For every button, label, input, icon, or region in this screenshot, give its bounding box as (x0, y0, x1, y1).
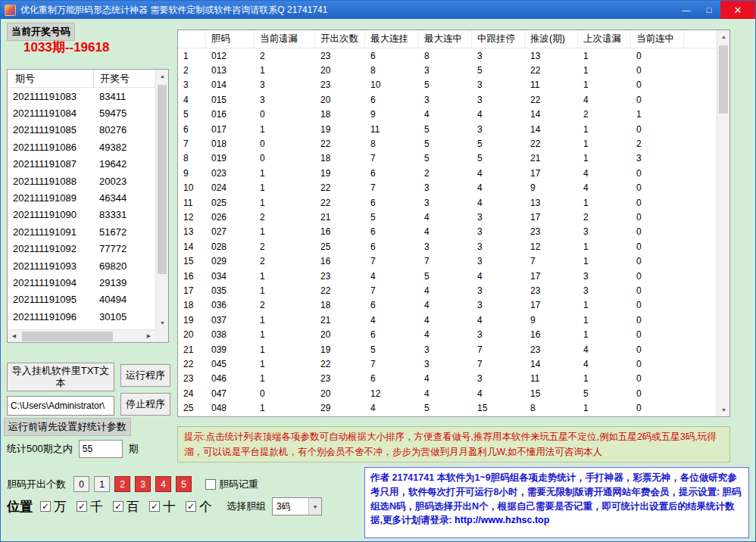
run-button[interactable]: 运行程序 (120, 364, 170, 387)
import-txt-button[interactable]: 导入挂机软件里TXT文本 (7, 363, 114, 391)
header-wave-period[interactable]: 推波(期) (525, 30, 578, 48)
header-hit-count[interactable]: 开出次数 (315, 30, 365, 48)
table-row[interactable]: 601711911531410 (178, 122, 717, 136)
position-checkbox-个[interactable]: ✓个 (186, 498, 212, 516)
table-row[interactable]: 15029216773710 (178, 254, 717, 268)
table-cell: 0 (255, 139, 315, 149)
table-row[interactable]: 80190187552113 (178, 151, 717, 166)
position-checkbox-万[interactable]: ✓万 (40, 498, 67, 516)
table-row[interactable]: 20211119109630105 (8, 308, 155, 325)
table-row[interactable]: 110251226341310 (178, 195, 717, 210)
table-cell: 22 (178, 359, 206, 369)
history-header-number[interactable]: 开奖号 (94, 72, 153, 86)
table-row[interactable]: 20211119108459475 (8, 104, 155, 121)
table-row[interactable]: 40153206332240 (178, 92, 717, 107)
scroll-down-icon[interactable]: ▼ (156, 316, 169, 329)
position-checkbox-百[interactable]: ✓百 (113, 498, 139, 516)
header-max-miss-streak[interactable]: 最大连挂 (365, 30, 419, 48)
table-row[interactable]: 20211119109429139 (8, 274, 155, 291)
table-row[interactable]: 20211119108580276 (8, 122, 155, 139)
table-row[interactable]: 130271166432330 (178, 225, 717, 239)
jizhong-checkbox[interactable]: 胆码记重 (205, 478, 258, 491)
digit-button-1[interactable]: 1 (94, 476, 110, 492)
table-row[interactable]: 20211119108383411 (8, 88, 155, 104)
table-row[interactable]: 20131208352210 (178, 63, 717, 77)
table-row[interactable]: 220451227371440 (178, 357, 717, 371)
table-cell: 0 (631, 198, 684, 208)
history-header-period[interactable]: 期号 (8, 70, 94, 87)
table-row[interactable]: 260491234541410 (178, 416, 717, 416)
table-cell: 83331 (94, 209, 153, 220)
digit-button-5[interactable]: 5 (176, 476, 192, 492)
table-row[interactable]: 19037121444910 (178, 313, 717, 327)
table-row[interactable]: 160341234541730 (178, 269, 717, 283)
table-row[interactable]: 180362186431710 (178, 298, 717, 313)
table-row[interactable]: 250481294515810 (178, 400, 717, 415)
scroll-left-icon[interactable]: ◀ (8, 330, 20, 343)
table-row[interactable]: 20211119109540494 (8, 291, 155, 308)
position-checkbox-千[interactable]: ✓千 (77, 498, 103, 516)
header-current-miss[interactable]: 当前遗漏 (255, 30, 315, 48)
header-current-hit[interactable]: 当前连中 (631, 30, 684, 48)
table-row[interactable]: 20211119108946344 (8, 189, 155, 206)
position-checkbox-十[interactable]: ✓十 (149, 498, 176, 516)
table-row[interactable]: 20211119108820023 (8, 173, 155, 189)
history-horizontal-scrollbar[interactable]: ◀ ▶ (8, 329, 155, 342)
table-cell: 026 (206, 212, 255, 223)
header-follow-stop[interactable]: 中跟挂停 (472, 30, 525, 48)
header-max-hit-streak[interactable]: 最大连中 (419, 30, 472, 48)
minimize-button[interactable]: — (675, 1, 698, 19)
position-row: 位置 ✓万✓千✓百✓十✓个 选择胆组 3码 ▼ (7, 497, 322, 516)
scroll-up-icon[interactable]: ▲ (156, 70, 169, 83)
table-cell: 027 (206, 226, 255, 237)
table-cell: 40494 (94, 294, 153, 305)
table-row[interactable]: 20211119108649382 (8, 139, 155, 155)
header-last-miss[interactable]: 上次遗漏 (578, 30, 631, 48)
scrollbar-thumb[interactable] (719, 45, 728, 114)
table-row[interactable]: 170351227432330 (178, 283, 717, 297)
table-row[interactable]: 301432310531110 (178, 78, 717, 92)
group-select[interactable]: 3码 ▼ (272, 497, 322, 516)
table-row[interactable]: 70180228552212 (178, 136, 717, 151)
scroll-down-icon[interactable]: ▼ (717, 403, 730, 416)
scroll-up-icon[interactable]: ▲ (717, 30, 730, 43)
current-draw-value: 1033期--19618 (23, 39, 109, 56)
table-row[interactable]: 20211119109083331 (8, 207, 155, 223)
table-row[interactable]: 140282256331210 (178, 239, 717, 254)
table-row[interactable]: 230461236431110 (178, 372, 717, 386)
maximize-button[interactable]: □ (698, 1, 720, 19)
table-row[interactable]: 20211119109369820 (8, 257, 155, 274)
table-row[interactable]: 2404702012441550 (178, 386, 717, 400)
close-button[interactable]: ✕ (720, 1, 755, 19)
table-row[interactable]: 20211119109151672 (8, 223, 155, 240)
stats-vertical-scrollbar[interactable]: ▲ ▼ (717, 30, 729, 416)
digit-button-4[interactable]: 4 (155, 476, 171, 492)
table-row[interactable]: 200381206431610 (178, 327, 717, 341)
table-cell: 1 (255, 403, 315, 413)
table-row[interactable]: 50160189441421 (178, 107, 717, 122)
path-input[interactable] (7, 396, 114, 416)
scrollbar-thumb[interactable] (158, 85, 167, 274)
scrollbar-thumb[interactable] (22, 332, 113, 341)
table-row[interactable]: 20211119109277772 (8, 241, 155, 257)
table-row[interactable]: 10024122734940 (178, 181, 717, 195)
table-cell: 045 (206, 359, 255, 369)
stop-button[interactable]: 停止程序 (120, 393, 170, 416)
table-row[interactable]: 90231196241740 (178, 166, 717, 180)
scroll-right-icon[interactable]: ▶ (142, 330, 155, 343)
history-vertical-scrollbar[interactable]: ▲ ▼ (155, 70, 168, 329)
header-danma[interactable]: 胆码 (206, 30, 255, 48)
table-row[interactable]: 20211119108719642 (8, 156, 155, 173)
digit-button-2[interactable]: 2 (114, 476, 130, 492)
table-row[interactable]: 10122236831310 (178, 48, 717, 63)
about-url-link[interactable]: http://www.hzhsc.top (455, 515, 549, 525)
digit-button-0[interactable]: 0 (73, 476, 89, 492)
table-cell: 3 (472, 285, 525, 296)
digit-buttons: 012345 (73, 476, 196, 492)
table-row[interactable]: 120262215431720 (178, 210, 717, 224)
digit-button-3[interactable]: 3 (135, 476, 151, 492)
table-cell: 77772 (94, 243, 153, 254)
table-row[interactable]: 210391195372340 (178, 342, 717, 357)
settings-warning-label: 运行前请先设置好统计参数 (4, 418, 131, 436)
stat-period-input[interactable] (79, 440, 123, 458)
